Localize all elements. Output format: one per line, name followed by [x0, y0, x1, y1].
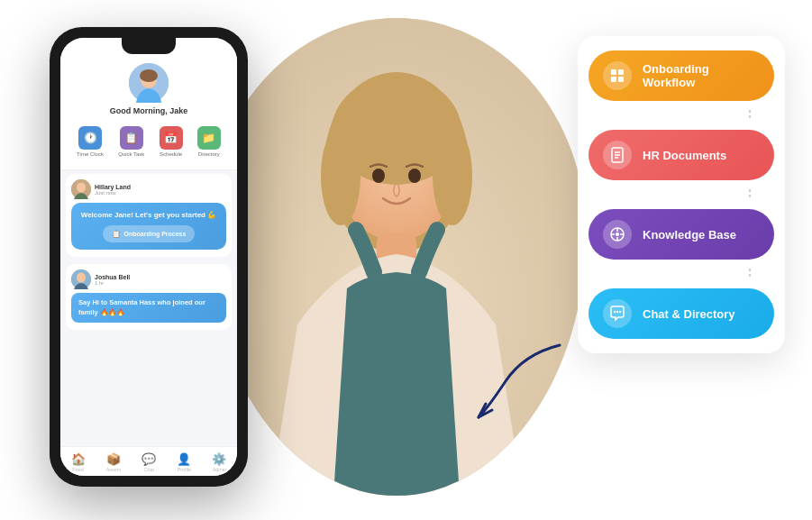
directory-icon: 📁: [197, 126, 221, 150]
quick-action-timeclock[interactable]: 🕐 Time Clock: [77, 126, 104, 157]
join-text: Say Hi to Samanta Hass who joined our fa…: [78, 298, 219, 317]
connector-1: [588, 110, 774, 121]
svg-point-5: [433, 126, 472, 225]
task-icon: 📋: [120, 126, 143, 150]
svg-point-34: [616, 311, 618, 313]
svg-point-15: [77, 273, 86, 283]
timeclock-icon: 🕐: [78, 126, 102, 150]
chat-nav-label: Chat: [143, 467, 154, 472]
chat-icon: 💬: [141, 452, 156, 466]
feed-item-joshua: Joshua Bell 1 hr Say Hi to Samanta Hass …: [66, 264, 232, 330]
hr-documents-label: HR Documents: [643, 149, 726, 162]
joshua-avatar: [71, 269, 91, 289]
quick-action-directory[interactable]: 📁 Directory: [197, 126, 221, 157]
joshua-user-row: Joshua Bell 1 hr: [71, 269, 226, 289]
schedule-label: Schedule: [160, 151, 182, 157]
knowledge-base-label: Knowledge Base: [643, 228, 736, 242]
admin-nav-label: Admin: [213, 467, 227, 472]
phone-feed: Hillary Land Just now Welcome Jane! Let'…: [60, 170, 237, 446]
knowledge-base-card[interactable]: Knowledge Base: [588, 209, 774, 260]
quick-action-task[interactable]: 📋 Quick Task: [118, 126, 144, 157]
joshua-name: Joshua Bell: [95, 274, 130, 280]
features-panel: Onboarding Workflow HR Documents Knowled…: [578, 36, 785, 353]
phone-mockup: Good Morning, Jake 🕐 Time Clock 📋 Quick …: [50, 27, 248, 487]
phone-screen: Good Morning, Jake 🕐 Time Clock 📋 Quick …: [60, 38, 237, 476]
phone-notch: [122, 38, 176, 54]
svg-point-33: [614, 311, 616, 313]
nav-feed[interactable]: 🏠 Feed: [71, 452, 86, 472]
task-label: Quick Task: [118, 151, 144, 157]
svg-rect-18: [611, 77, 616, 82]
phone-header: Good Morning, Jake 🕐 Time Clock 📋 Quick …: [60, 38, 237, 170]
profile-icon: 👤: [177, 452, 191, 466]
svg-point-35: [619, 311, 621, 313]
feed-nav-label: Feed: [72, 467, 84, 472]
hr-documents-card[interactable]: HR Documents: [588, 130, 774, 180]
profile-nav-label: Profile: [178, 467, 192, 472]
onboarding-workflow-icon: [603, 61, 632, 90]
chat-directory-label: Chat & Directory: [643, 307, 735, 321]
phone-nav: 🏠 Feed 📦 Assets 💬 Chat 👤 Profile ⚙️: [60, 446, 237, 476]
svg-point-4: [321, 126, 360, 225]
svg-point-11: [140, 69, 158, 82]
quick-action-schedule[interactable]: 📅 Schedule: [160, 126, 183, 157]
join-banner: Say Hi to Samanta Hass who joined our fa…: [71, 293, 226, 323]
assets-icon: 📦: [106, 452, 121, 466]
feed-item-hillary: Hillary Land Just now Welcome Jane! Let'…: [66, 174, 232, 257]
assets-nav-label: Assets: [106, 467, 122, 472]
admin-icon: ⚙️: [212, 452, 226, 466]
feed-icon: 🏠: [71, 452, 86, 466]
schedule-icon: 📅: [160, 126, 183, 150]
onboarding-button[interactable]: 📋 Onboarding Process: [103, 225, 196, 242]
hr-documents-icon: [603, 141, 632, 169]
onboarding-btn-text: Onboarding Process: [124, 231, 187, 237]
directory-label: Directory: [198, 151, 220, 157]
nav-admin[interactable]: ⚙️ Admin: [212, 452, 226, 472]
knowledge-base-icon: [603, 220, 632, 249]
joshua-time: 1 hr: [95, 280, 130, 286]
feed-user-row: Hillary Land Just now: [71, 179, 226, 199]
quick-actions: 🕐 Time Clock 📋 Quick Task 📅 Schedule 📁 D…: [69, 123, 228, 160]
user-avatar: [129, 63, 169, 103]
hillary-name: Hillary Land: [95, 184, 131, 190]
svg-point-13: [77, 183, 86, 193]
svg-rect-16: [611, 69, 616, 75]
welcome-text: Welcome Jane! Let's get you started 💪: [78, 210, 219, 220]
nav-profile[interactable]: 👤 Profile: [177, 452, 191, 472]
hillary-time: Just now: [95, 190, 131, 196]
timeclock-label: Time Clock: [77, 151, 104, 157]
svg-rect-19: [618, 77, 624, 82]
nav-assets[interactable]: 📦 Assets: [106, 452, 122, 472]
svg-point-27: [616, 233, 619, 236]
svg-rect-17: [618, 69, 624, 75]
svg-point-7: [372, 169, 385, 183]
svg-point-8: [408, 169, 421, 183]
onboarding-workflow-card[interactable]: Onboarding Workflow: [588, 50, 774, 101]
decorative-arrow: [470, 336, 578, 430]
onboarding-icon: 📋: [112, 230, 121, 238]
nav-chat[interactable]: 💬 Chat: [141, 452, 156, 472]
greeting-text: Good Morning, Jake: [69, 106, 228, 115]
hillary-avatar: [71, 179, 91, 199]
welcome-card: Welcome Jane! Let's get you started 💪 📋 …: [71, 203, 226, 250]
chat-directory-card[interactable]: Chat & Directory: [588, 288, 774, 339]
onboarding-workflow-label: Onboarding Workflow: [643, 62, 760, 89]
connector-3: [588, 269, 774, 279]
connector-2: [588, 189, 774, 200]
chat-directory-icon: [603, 299, 632, 328]
